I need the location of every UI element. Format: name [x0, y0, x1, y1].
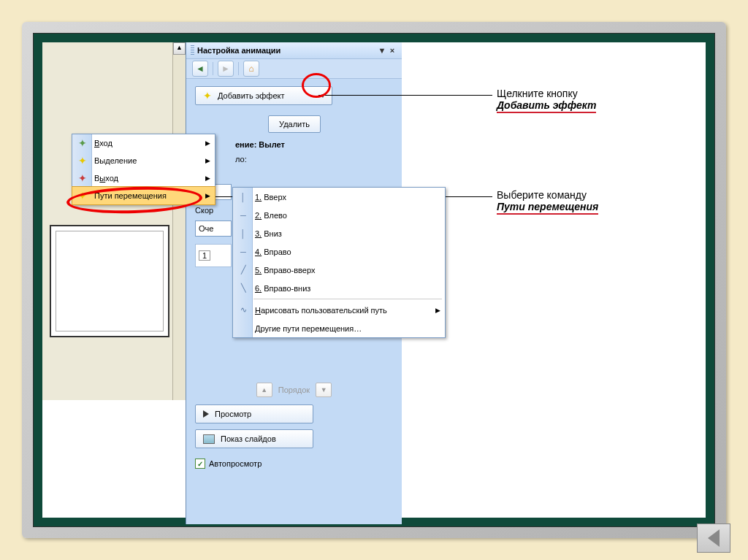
pane-menu-button[interactable]: ▼ [377, 46, 387, 55]
nav-back-button[interactable]: ◄ [192, 61, 208, 77]
previous-slide-button[interactable] [697, 523, 730, 553]
move-up-button[interactable]: ▲ [256, 383, 272, 397]
path-downright-icon: ╲ [236, 282, 251, 295]
effect-list[interactable]: 1 [195, 244, 232, 267]
move-down-button[interactable]: ▼ [316, 383, 332, 397]
pane-title-text: Настройка анимации [197, 46, 280, 55]
autopreview-row[interactable]: ✓ Автопросмотр [195, 459, 393, 469]
whiteboard: ▲ Настройка анимации ▼ × ◄ [42, 42, 706, 518]
submenu-item-left[interactable]: ─ 2. Влево [233, 206, 445, 224]
separator [238, 62, 239, 75]
autopreview-checkbox[interactable]: ✓ [195, 459, 205, 469]
slideshow-icon [203, 434, 215, 444]
callout-motion-paths: Выберите команду Пути перемещения [497, 189, 598, 215]
menu-item-exit[interactable]: ✦ Выход ▶ [72, 169, 215, 187]
slide-thumbnails-strip: ▲ [42, 42, 186, 400]
item-num: 5. Вправо-вверх [255, 266, 315, 275]
play-icon [203, 410, 209, 418]
pane-close-button[interactable]: × [387, 46, 397, 55]
star-icon: ✦ [202, 90, 213, 101]
submenu-item-other-paths[interactable]: Другие пути перемещения… [233, 319, 445, 337]
pane-titlebar: Настройка анимации ▼ × [186, 42, 402, 59]
item-num: 6. Вправо-вниз [255, 284, 310, 293]
menu-label: Нарисовать пользовательский путь [255, 306, 387, 315]
order-label: Порядок [278, 386, 310, 394]
add-effect-button[interactable]: ✦ Добавить эффект ▼ [195, 86, 332, 105]
submenu-arrow-icon: ▶ [205, 157, 210, 164]
menu-label: Пути перемещения [94, 191, 205, 200]
grip-icon [191, 45, 194, 55]
item-num: 3. Вниз [255, 229, 282, 238]
effect-number: 1 [199, 250, 210, 261]
blank-icon [236, 322, 251, 335]
delete-button[interactable]: Удалить [268, 115, 321, 133]
submenu-arrow-icon: ▶ [205, 192, 210, 199]
submenu-arrow-icon: ▶ [205, 139, 210, 147]
callout-text: Щелкните кнопку [497, 88, 596, 99]
submenu-arrow-icon: ▶ [205, 174, 210, 182]
dropdown-arrow-icon: ▼ [320, 93, 326, 99]
star-emphasis-icon: ✦ [75, 154, 90, 167]
vertical-scrollbar[interactable]: ▲ [172, 42, 186, 400]
path-upright-icon: ╱ [236, 264, 251, 277]
submenu-item-up-right[interactable]: ╱ 5. Вправо-вверх [233, 261, 445, 279]
nav-forward-button[interactable]: ► [218, 61, 234, 77]
submenu-item-down[interactable]: │ 3. Вниз [233, 224, 445, 242]
path-down-icon: │ [236, 227, 251, 240]
callout-emphasis: Пути перемещения [497, 201, 598, 215]
change-effect-label: ение: Вылет [235, 140, 393, 149]
path-left-icon: ─ [236, 209, 251, 222]
menu-label: Вход [94, 139, 205, 147]
reorder-row: ▲ Порядок ▼ [195, 383, 393, 397]
curve-icon: ∿ [236, 304, 251, 317]
path-up-icon: │ [236, 191, 251, 204]
triangle-left-icon [708, 529, 720, 547]
menu-label: Выход [94, 174, 205, 183]
star-entry-icon: ✦ [75, 137, 90, 150]
item-num: 2. Влево [255, 211, 287, 220]
board-frame: ▲ Настройка анимации ▼ × ◄ [22, 22, 726, 538]
slideshow-button[interactable]: Показ слайдов [195, 429, 313, 448]
menu-separator [253, 299, 442, 299]
submenu-arrow-icon: ▶ [435, 307, 440, 314]
add-effect-label: Добавить эффект [218, 91, 284, 100]
item-num: 1. Вверх [255, 193, 286, 202]
slideshow-label: Показ слайдов [221, 434, 276, 443]
speed-label: Скор [195, 206, 213, 215]
speed-dropdown[interactable]: Оче [195, 220, 232, 237]
menu-item-emphasis[interactable]: ✦ Выделение ▶ [72, 152, 215, 169]
callout-emphasis: Добавить эффект [497, 99, 596, 113]
delete-label: Удалить [279, 120, 310, 129]
effect-category-menu: ✦ Вход ▶ ✦ Выделение ▶ ✦ Выход ▶ ✦ Пути … [72, 134, 215, 205]
submenu-item-right[interactable]: ─ 4. Вправо [233, 242, 445, 261]
start-label: ло: [235, 155, 247, 164]
nav-home-button[interactable]: ⌂ [243, 61, 259, 77]
motion-paths-submenu: │ 1. Вверх ─ 2. Влево │ 3. Вниз ─ 4. Впр… [232, 187, 446, 338]
speed-value: Оче [199, 224, 213, 233]
submenu-item-up[interactable]: │ 1. Вверх [233, 188, 445, 206]
item-num: 4. Вправо [255, 248, 291, 256]
submenu-item-down-right[interactable]: ╲ 6. Вправо-вниз [233, 279, 445, 297]
star-exit-icon: ✦ [75, 172, 90, 185]
autopreview-label: Автопросмотр [209, 459, 262, 468]
preview-label: Просмотр [215, 410, 251, 418]
separator [213, 62, 213, 75]
board-surface: ▲ Настройка анимации ▼ × ◄ [33, 33, 715, 527]
scroll-up-button[interactable]: ▲ [173, 42, 186, 55]
menu-item-motion-paths[interactable]: ✦ Пути перемещения ▶ [72, 186, 215, 205]
path-right-icon: ─ [236, 245, 251, 258]
nav-toolbar: ◄ ► ⌂ [186, 59, 402, 79]
star-path-icon: ✦ [75, 189, 90, 202]
callout-add-effect: Щелкните кнопку Добавить эффект [497, 88, 596, 113]
preview-button[interactable]: Просмотр [195, 404, 313, 423]
callout-text: Выберите команду [497, 189, 598, 201]
submenu-item-custom-path[interactable]: ∿ Нарисовать пользовательский путь ▶ [233, 301, 445, 319]
menu-label: Другие пути перемещения… [255, 324, 362, 333]
callout-line [318, 95, 492, 96]
slide-thumbnail[interactable] [50, 225, 169, 337]
menu-label: Выделение [94, 156, 205, 165]
menu-item-entry[interactable]: ✦ Вход ▶ [72, 134, 215, 152]
